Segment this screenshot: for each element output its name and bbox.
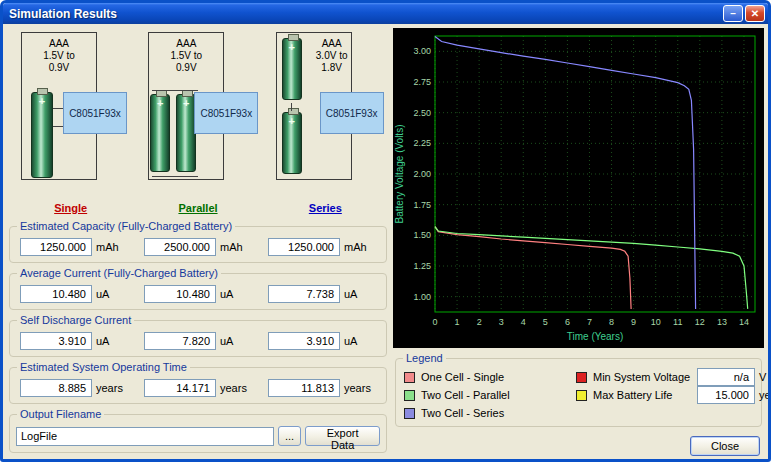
- max-life-value: 15.000: [697, 386, 755, 404]
- max-life-label: Max Battery Life: [593, 389, 697, 401]
- export-data-button[interactable]: Export Data: [305, 426, 380, 446]
- legend-groupbox: Legend One Cell - Single Two Cell - Para…: [395, 358, 762, 427]
- section-title: Estimated System Operating Time: [17, 361, 190, 373]
- battery-icon: +: [282, 112, 302, 174]
- battery-plus-icon: +: [283, 41, 301, 53]
- svg-text:14: 14: [739, 317, 749, 327]
- battery-icon: +: [282, 38, 302, 100]
- mcu-chip-box: C8051F93x: [320, 92, 384, 134]
- unit-label: uA: [220, 288, 252, 300]
- unit-label: mAh: [220, 241, 252, 253]
- svg-text:12: 12: [695, 317, 705, 327]
- svg-text:10: 10: [651, 317, 661, 327]
- close-button[interactable]: Close: [690, 436, 760, 456]
- unit-label: years: [344, 382, 376, 394]
- svg-text:13: 13: [717, 317, 727, 327]
- svg-text:Time (Years): Time (Years): [567, 331, 624, 342]
- mcu-chip-box: C8051F93x: [63, 92, 127, 134]
- battery-diagrams: AAA 1.5V to 0.9V + C8051F93x Single AAA: [7, 30, 389, 216]
- wire: [291, 103, 292, 111]
- value-field: 7.738: [268, 285, 340, 303]
- close-window-button[interactable]: ✕: [745, 5, 765, 22]
- section-estimated-capacity: Estimated Capacity (Fully-Charged Batter…: [9, 226, 387, 263]
- parallel-battery-spec: AAA 1.5V to 0.9V: [150, 38, 222, 74]
- value-field: 11.813: [268, 379, 340, 397]
- legend-fields: Min System Voltage n/a V Max Battery Lif…: [576, 368, 771, 422]
- value-field: 1250.000: [268, 238, 340, 256]
- svg-text:9: 9: [631, 317, 636, 327]
- diagram-series: AAA 3.0V to 1.8V + + C8051F93x Series: [262, 30, 389, 216]
- output-row: ... Export Data: [10, 415, 386, 452]
- value-field: 7.820: [144, 332, 216, 350]
- dialog-content: AAA 1.5V to 0.9V + C8051F93x Single AAA: [3, 24, 768, 462]
- mcu-chip-box: C8051F93x: [194, 92, 258, 134]
- field-series: 3.910 uA: [260, 332, 384, 350]
- config-label-single: Single: [7, 202, 134, 214]
- svg-text:1.00: 1.00: [413, 292, 431, 302]
- value-row: 8.885 years 14.171 years 11.813 years: [10, 368, 386, 403]
- battery-plus-icon: +: [151, 97, 169, 109]
- simulation-results-window: Simulation Results – ✕ AAA 1.5V to 0.9V …: [0, 0, 771, 462]
- value-row: 1250.000 mAh 2500.000 mAh 1250.000 mAh: [10, 227, 386, 262]
- battery-plus-icon: +: [32, 95, 52, 107]
- section-title: Estimated Capacity (Fully-Charged Batter…: [17, 220, 235, 232]
- max-life-swatch-icon: [576, 390, 587, 401]
- svg-text:3: 3: [499, 317, 504, 327]
- minimize-icon: –: [730, 8, 736, 19]
- minimize-button[interactable]: –: [723, 5, 743, 22]
- battery-icon: +: [150, 94, 170, 172]
- output-filename-input[interactable]: [16, 427, 274, 446]
- unit-label: uA: [96, 335, 128, 347]
- diagram-single: AAA 1.5V to 0.9V + C8051F93x Single: [7, 30, 134, 216]
- field-single: 1250.000 mAh: [12, 238, 136, 256]
- legend-item-label: Two Cell - Parallel: [421, 389, 510, 401]
- unit-label: V: [759, 371, 771, 383]
- field-series: 7.738 uA: [260, 285, 384, 303]
- section-self-discharge: Self Discharge Current 3.910 uA 7.820 uA…: [9, 320, 387, 357]
- single-swatch-icon: [404, 372, 415, 383]
- battery-plus-icon: +: [283, 115, 301, 127]
- titlebar[interactable]: Simulation Results – ✕: [3, 3, 768, 24]
- svg-text:4: 4: [521, 317, 526, 327]
- battery-type-text: AAA: [23, 38, 95, 50]
- unit-label: uA: [344, 335, 376, 347]
- svg-text:1: 1: [455, 317, 460, 327]
- field-parallel: 10.480 uA: [136, 285, 260, 303]
- section-title: Output Filename: [17, 408, 104, 420]
- unit-label: mAh: [96, 241, 128, 253]
- wire: [152, 176, 198, 177]
- svg-text:1.25: 1.25: [413, 261, 431, 271]
- value-field: 3.910: [20, 332, 92, 350]
- value-field: 10.480: [20, 285, 92, 303]
- svg-text:Battery Voltage (Volts): Battery Voltage (Volts): [394, 125, 405, 224]
- section-title: Self Discharge Current: [17, 314, 134, 326]
- svg-text:2.75: 2.75: [413, 77, 431, 87]
- unit-label: uA: [344, 288, 376, 300]
- svg-text:8: 8: [609, 317, 614, 327]
- single-battery-spec: AAA 1.5V to 0.9V: [23, 38, 95, 74]
- section-output-filename: Output Filename ... Export Data: [9, 414, 387, 453]
- min-voltage-swatch-icon: [576, 372, 587, 383]
- browse-button[interactable]: ...: [278, 426, 301, 446]
- wire: [152, 90, 198, 91]
- field-series: 11.813 years: [260, 379, 384, 397]
- svg-text:3.00: 3.00: [413, 46, 431, 56]
- svg-text:2.00: 2.00: [413, 169, 431, 179]
- battery-voltage-text: 1.5V to: [150, 50, 222, 62]
- svg-text:11: 11: [673, 317, 682, 327]
- field-series: 1250.000 mAh: [260, 238, 384, 256]
- voltage-chart: 1.001.251.501.752.002.252.502.753.000123…: [393, 28, 764, 348]
- battery-icon: +: [176, 94, 196, 172]
- battery-voltage-text: 3.0V to: [304, 50, 360, 62]
- legend-item-parallel: Two Cell - Parallel: [404, 386, 576, 404]
- unit-label: mAh: [344, 241, 376, 253]
- close-icon: ✕: [751, 8, 759, 19]
- config-label-series: Series: [262, 202, 389, 214]
- svg-text:2.25: 2.25: [413, 138, 431, 148]
- value-row: 3.910 uA 7.820 uA 3.910 uA: [10, 321, 386, 356]
- section-operating-time: Estimated System Operating Time 8.885 ye…: [9, 367, 387, 404]
- min-voltage-label: Min System Voltage: [593, 371, 697, 383]
- field-parallel: 7.820 uA: [136, 332, 260, 350]
- legend-grid: One Cell - Single Two Cell - Parallel Tw…: [396, 359, 761, 426]
- close-row: Close: [393, 435, 764, 459]
